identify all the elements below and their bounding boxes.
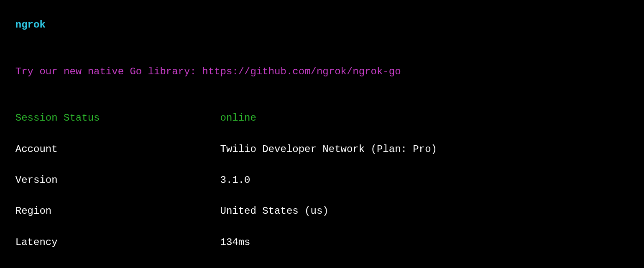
version-value: 3.1.0: [220, 174, 250, 186]
latency-value: 134ms: [220, 237, 250, 248]
web-interface-label: Web Interface: [15, 265, 220, 268]
spacer: [3, 79, 641, 95]
region-value: United States (us): [220, 205, 328, 217]
session-status-label: Session Status: [15, 110, 220, 126]
region-label: Region: [15, 203, 220, 219]
account-value: Twilio Developer Network (Plan: Pro): [220, 144, 437, 155]
promo-message: Try our new native Go library: https://g…: [15, 66, 401, 77]
app-title: ngrok: [15, 19, 46, 30]
latency-label: Latency: [15, 235, 220, 250]
spacer: [3, 33, 641, 48]
account-label: Account: [15, 142, 220, 157]
session-status-value: online: [220, 112, 256, 124]
version-label: Version: [15, 172, 220, 188]
